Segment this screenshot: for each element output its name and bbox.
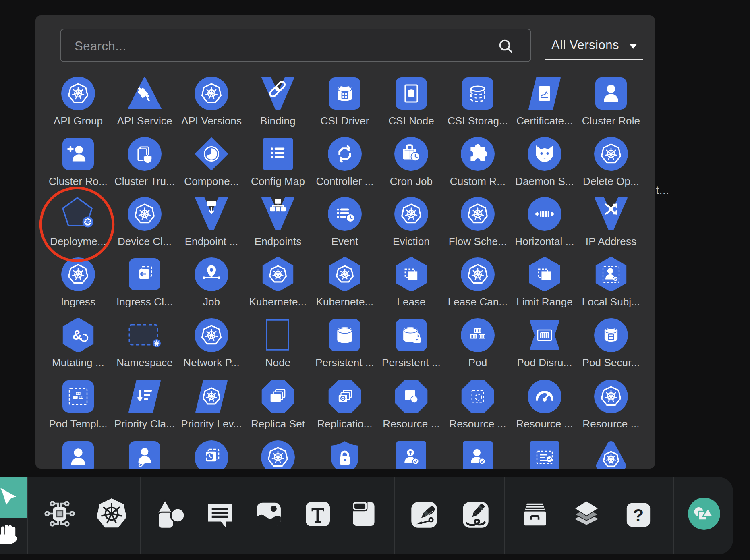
svg-text:&: & <box>72 327 82 342</box>
svg-text:?: ? <box>633 505 644 525</box>
